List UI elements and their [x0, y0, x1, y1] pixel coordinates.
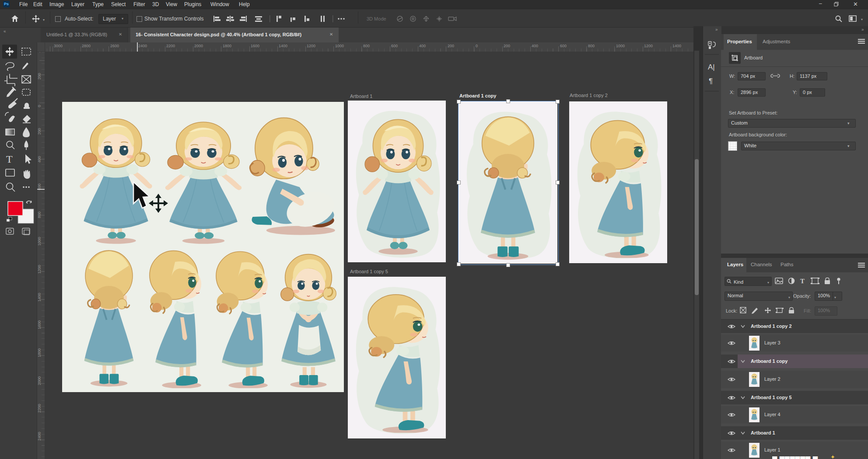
- svg-text:T: T: [800, 278, 805, 285]
- svg-text:T: T: [6, 153, 13, 165]
